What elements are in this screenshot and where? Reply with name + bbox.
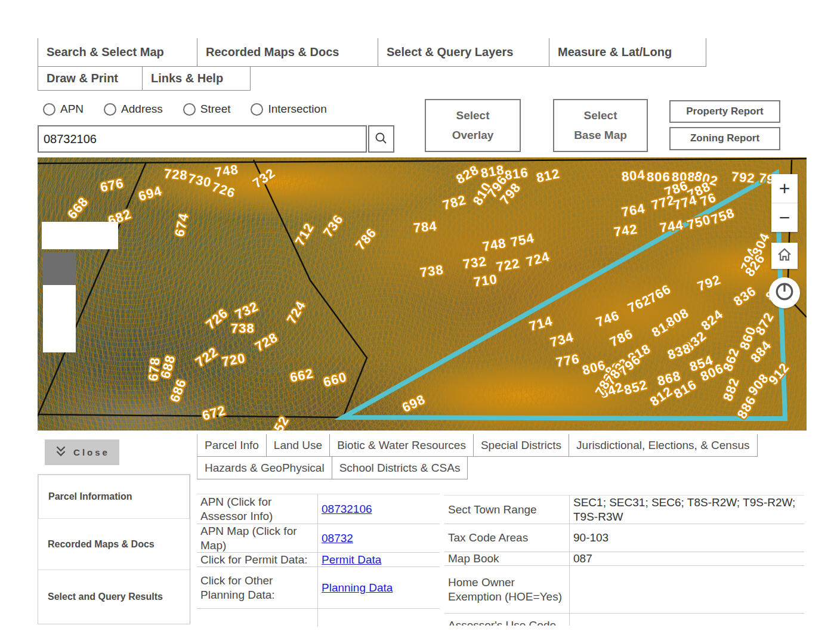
field-label: Tax Code Areas — [444, 524, 570, 552]
close-label: Close — [73, 447, 110, 457]
clock-icon — [774, 281, 795, 305]
radio-label-intersection: Intersection — [268, 103, 326, 116]
radio-label-apn: APN — [60, 103, 84, 116]
map-widget-placeholder — [42, 222, 118, 249]
zoom-control: + − — [771, 174, 798, 232]
field-value: 08732106 — [318, 494, 440, 524]
field-value: 087 — [570, 552, 804, 565]
map-widget-placeholder — [43, 318, 76, 352]
08732106-link[interactable]: 08732106 — [322, 502, 372, 516]
search-mode-intersection[interactable]: Intersection — [251, 103, 326, 116]
field-value: SEC1; SEC31; SEC6; T8S-R2W; T9S-R2W; T9S… — [570, 496, 804, 524]
elevation-label: 738 — [231, 321, 255, 336]
zoning-report-button[interactable]: Zoning Report — [669, 127, 780, 150]
planning-data-link[interactable]: Planning Data — [322, 581, 393, 595]
elevation-label: 806 — [647, 169, 671, 185]
elevation-label: 742 — [613, 221, 638, 240]
field-label: Click for Permit Data: — [197, 553, 318, 566]
select-overlay-button[interactable]: Select Overlay — [425, 99, 521, 152]
sidebar-item-parcel-information[interactable]: Parcel Information — [38, 475, 190, 519]
elevation-label: 784 — [413, 218, 438, 236]
sidebar-item-select-and-query-results[interactable]: Select and Query Results — [38, 570, 190, 624]
table-row: Map Book087 — [444, 552, 804, 566]
search-button[interactable] — [368, 125, 394, 153]
zoom-in-button[interactable]: + — [771, 174, 798, 203]
tab-jurisdictional-elections-census[interactable]: Jurisdictional, Elections, & Census — [569, 434, 757, 457]
tab-biotic-water-resources[interactable]: Biotic & Water Resources — [330, 434, 474, 457]
tab-measure-lat-long[interactable]: Measure & Lat/Long — [549, 38, 706, 67]
map-widget-placeholder — [43, 285, 76, 319]
parcel-info-table-right: Sect Town RangeSEC1; SEC31; SEC6; T8S-R2… — [444, 495, 804, 626]
field-value: 08732 — [318, 524, 440, 552]
gis-viewer-app: Search & Select MapRecorded Maps & DocsS… — [0, 0, 834, 644]
home-icon — [776, 246, 793, 266]
tab-parcel-info[interactable]: Parcel Info — [197, 434, 267, 457]
search-mode-address[interactable]: Address — [104, 103, 163, 116]
elevation-label: 744 — [659, 217, 684, 236]
home-extent-button[interactable] — [771, 243, 798, 269]
field-label: Assessor's Use Code — [444, 614, 570, 626]
tab-school-districts-csas[interactable]: School Districts & CSAs — [332, 457, 468, 479]
field-value: Planning Data — [318, 567, 440, 608]
sidebar-item-recorded-maps-docs[interactable]: Recorded Maps & Docs — [38, 519, 190, 570]
time-slider-button[interactable] — [769, 277, 800, 308]
radio-label-address: Address — [121, 103, 163, 116]
field-value — [318, 609, 440, 627]
table-row: APN Map (Click for Map)08732 — [197, 524, 440, 553]
tab-land-use[interactable]: Land Use — [267, 434, 330, 457]
tab-draw-print[interactable]: Draw & Print — [38, 67, 143, 91]
field-label: Map Book — [444, 552, 570, 565]
elevation-label: 678 — [146, 357, 163, 382]
elevation-label: 738 — [419, 262, 444, 280]
search-icon — [374, 131, 388, 147]
close-panel-button[interactable]: Close — [45, 439, 119, 465]
results-sidebar: Parcel InformationRecorded Maps & DocsSe… — [38, 474, 190, 624]
field-value: 90-103 — [570, 524, 804, 552]
table-row: Click for Permit Data:Permit Data — [197, 553, 440, 567]
detail-tab-bar-row2: Hazards & GeoPhysicalSchool Districts & … — [197, 457, 468, 479]
property-report-button[interactable]: Property Report — [669, 100, 780, 123]
field-label: Sect Town Range — [444, 496, 570, 524]
table-row: Click for Other Planning Data:Planning D… — [197, 567, 440, 609]
tab-links-help[interactable]: Links & Help — [143, 67, 251, 91]
map-viewport[interactable]: 6766947287307267487326686826747127367867… — [38, 157, 807, 431]
select-base-map-button[interactable]: Select Base Map — [553, 99, 648, 152]
elevation-label: 804 — [621, 167, 646, 184]
radio-label-street: Street — [200, 103, 231, 116]
tab-search-select-map[interactable]: Search & Select Map — [38, 38, 197, 67]
elevation-label: 748 — [214, 162, 239, 180]
elevation-label: 710 — [472, 271, 498, 290]
field-value: Permit Data — [318, 553, 440, 566]
08732-link[interactable]: 08732 — [322, 531, 353, 545]
tab-select-query-layers[interactable]: Select & Query Layers — [378, 38, 549, 67]
tab-special-districts[interactable]: Special Districts — [474, 434, 569, 457]
elevation-label: 792 — [731, 169, 756, 186]
radio-button-street[interactable] — [183, 103, 196, 116]
table-row: Sect Town RangeSEC1; SEC31; SEC6; T8S-R2… — [444, 496, 804, 524]
zoom-out-button[interactable]: − — [771, 203, 798, 232]
table-row: APN (Click for Assessor Info)08732106 — [197, 494, 440, 524]
main-tab-bar-row1: Search & Select MapRecorded Maps & DocsS… — [38, 38, 706, 67]
map-widget-placeholder — [43, 252, 76, 285]
radio-button-intersection[interactable] — [251, 103, 263, 116]
search-mode-street[interactable]: Street — [183, 103, 231, 116]
search-mode-radio-group: APNAddressStreetIntersection — [43, 103, 327, 116]
collapse-chevrons-icon — [54, 445, 67, 459]
field-value — [570, 566, 804, 613]
permit-data-link[interactable]: Permit Data — [322, 553, 381, 566]
search-input[interactable] — [38, 125, 367, 153]
field-label: APN Map (Click for Map) — [197, 524, 318, 552]
radio-button-apn[interactable] — [43, 103, 55, 116]
table-row — [197, 609, 440, 627]
field-value — [570, 614, 804, 626]
detail-tab-bar-row1: Parcel InfoLand UseBiotic & Water Resour… — [197, 434, 758, 457]
parcel-info-table-left: APN (Click for Assessor Info)08732106APN… — [197, 494, 440, 627]
tab-recorded-maps-docs[interactable]: Recorded Maps & Docs — [197, 38, 378, 67]
field-label — [197, 609, 318, 627]
tab-hazards-geophysical[interactable]: Hazards & GeoPhysical — [197, 457, 332, 479]
field-label: APN (Click for Assessor Info) — [197, 494, 318, 524]
table-row: Tax Code Areas90-103 — [444, 524, 804, 552]
search-mode-apn[interactable]: APN — [43, 103, 84, 116]
main-tab-bar-row2: Draw & PrintLinks & Help — [38, 67, 251, 91]
radio-button-address[interactable] — [104, 103, 116, 116]
